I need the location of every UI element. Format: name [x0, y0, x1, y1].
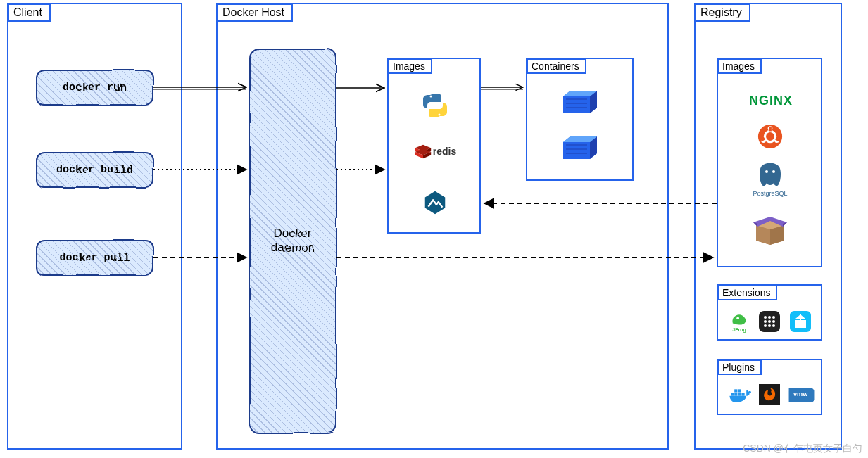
svg-point-0: [430, 96, 432, 98]
svg-point-23: [772, 316, 775, 319]
docker-daemon: Docker daemon: [249, 48, 336, 433]
arrow-build-to-daemon: [153, 167, 252, 172]
svg-rect-36: [734, 389, 737, 392]
svg-rect-39: [759, 384, 780, 405]
arrow-daemon-to-images-run: [336, 86, 390, 90]
registry-images-title: Images: [717, 58, 762, 74]
svg-point-19: [736, 317, 739, 319]
cmd-run-label: docker run: [63, 82, 126, 94]
daemon-label-2: daemon: [271, 241, 314, 255]
svg-point-27: [764, 324, 767, 327]
arrow-images-to-containers: [481, 84, 529, 91]
svg-point-25: [768, 320, 771, 323]
cmd-docker-pull: docker pull: [35, 239, 153, 276]
svg-point-28: [768, 324, 771, 327]
vmware-icon: vmw: [788, 386, 815, 402]
registry-ext-title: Extensions: [717, 285, 777, 300]
svg-rect-34: [734, 393, 737, 395]
alpine-icon: [421, 189, 449, 217]
box-icon: [752, 211, 788, 246]
host-containers-panel: Containers: [526, 58, 634, 181]
svg-point-29: [772, 324, 775, 327]
watermark: CSDN @亻乍屯页女子白勺: [743, 443, 862, 455]
postgresql-label: PostgreSQL: [753, 190, 787, 197]
client-title: Client: [8, 4, 51, 22]
svg-rect-14: [769, 127, 772, 132]
ubuntu-icon: [757, 123, 784, 150]
cmd-docker-run: docker run: [35, 69, 153, 106]
grid-icon: [759, 311, 780, 332]
svg-point-21: [764, 316, 767, 319]
svg-rect-33: [731, 393, 734, 395]
svg-rect-35: [738, 393, 741, 395]
redis-icon: redis: [405, 141, 465, 162]
redis-label: redis: [433, 146, 456, 157]
jfrog-label: JFrog: [732, 327, 746, 332]
python-icon: [421, 91, 449, 120]
arrow-daemon-to-registry: [336, 255, 719, 260]
svg-rect-38: [741, 393, 744, 395]
grafana-icon: [759, 384, 780, 405]
svg-point-18: [772, 170, 775, 173]
svg-point-22: [768, 316, 771, 319]
host-images-title: Images: [388, 58, 432, 74]
container-icon-1: [562, 88, 598, 116]
arrow-run-to-daemon: [153, 84, 252, 91]
host-title: Docker Host: [217, 4, 293, 22]
svg-rect-37: [738, 389, 741, 392]
docker-icon: [727, 384, 751, 405]
cmd-pull-label: docker pull: [59, 252, 129, 264]
postgresql-icon: PostgreSQL: [753, 160, 787, 198]
cmd-build-label: docker build: [56, 164, 132, 176]
container-icon-2: [562, 134, 598, 162]
arrow-registry-to-images: [481, 201, 720, 205]
nginx-icon: NGINX: [739, 91, 803, 110]
svg-point-17: [765, 170, 768, 173]
svg-point-24: [764, 320, 767, 323]
svg-point-26: [772, 320, 775, 323]
arrow-daemon-to-images-build: [336, 167, 390, 172]
registry-plugins-title: Plugins: [717, 360, 762, 375]
svg-text:vmw: vmw: [793, 390, 808, 397]
host-containers-title: Containers: [527, 58, 586, 74]
registry-title: Registry: [695, 4, 750, 22]
jfrog-icon: JFrog: [727, 310, 751, 333]
arrow-pull-to-daemon: [153, 255, 252, 260]
svg-rect-31: [795, 320, 806, 328]
svg-point-1: [439, 114, 441, 116]
daemon-label-1: Docker: [271, 227, 314, 241]
portainer-icon: [790, 311, 811, 332]
cmd-docker-build: docker build: [35, 151, 153, 188]
